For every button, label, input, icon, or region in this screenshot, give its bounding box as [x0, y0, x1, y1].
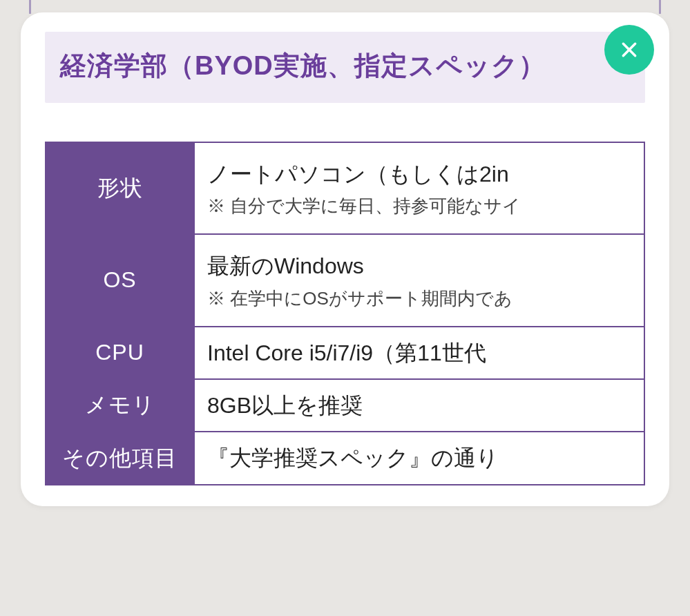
spec-value-cell: ノートパソコン（もしくは2in ※ 自分で大学に毎日、持参可能なサイ	[194, 142, 644, 234]
table-row: 形状 ノートパソコン（もしくは2in ※ 自分で大学に毎日、持参可能なサイ	[46, 142, 644, 234]
table-row: その他項目 『大学推奨スペック』の通り	[46, 432, 644, 484]
spec-label: OS	[46, 234, 194, 326]
table-row: CPU Intel Core i5/i7/i9（第11世代	[46, 327, 644, 379]
spec-value-cell: 『大学推奨スペック』の通り	[194, 432, 644, 484]
background-decoration	[29, 0, 31, 14]
spec-value: Intel Core i5/i7/i9（第11世代	[207, 337, 631, 369]
spec-value-cell: 最新のWindows ※ 在学中にOSがサポート期間内であ	[194, 234, 644, 326]
spec-label: メモリ	[46, 379, 194, 432]
spec-note: ※ 自分で大学に毎日、持参可能なサイ	[207, 194, 631, 218]
spec-note: ※ 在学中にOSがサポート期間内であ	[207, 287, 631, 311]
title-band: 経済学部（BYOD実施、指定スペック）	[45, 32, 645, 103]
spec-value: 『大学推奨スペック』の通り	[207, 442, 631, 474]
table-row: OS 最新のWindows ※ 在学中にOSがサポート期間内であ	[46, 234, 644, 326]
spec-card: 経済学部（BYOD実施、指定スペック） 形状 ノートパソコン（もしくは2in ※…	[21, 12, 669, 506]
spec-value: ノートパソコン（もしくは2in	[207, 158, 631, 190]
spec-label: CPU	[46, 327, 194, 379]
table-row: メモリ 8GB以上を推奨	[46, 379, 644, 432]
spec-label: 形状	[46, 142, 194, 234]
spec-value-cell: 8GB以上を推奨	[194, 379, 644, 432]
close-button[interactable]	[604, 25, 654, 75]
spec-value-cell: Intel Core i5/i7/i9（第11世代	[194, 327, 644, 379]
spec-value: 最新のWindows	[207, 250, 631, 282]
spec-label: その他項目	[46, 432, 194, 484]
background-decoration	[659, 0, 661, 14]
spec-table: 形状 ノートパソコン（もしくは2in ※ 自分で大学に毎日、持参可能なサイ OS…	[45, 142, 645, 485]
card-title: 経済学部（BYOD実施、指定スペック）	[60, 46, 630, 86]
spec-value: 8GB以上を推奨	[207, 389, 631, 421]
close-icon	[620, 41, 638, 59]
